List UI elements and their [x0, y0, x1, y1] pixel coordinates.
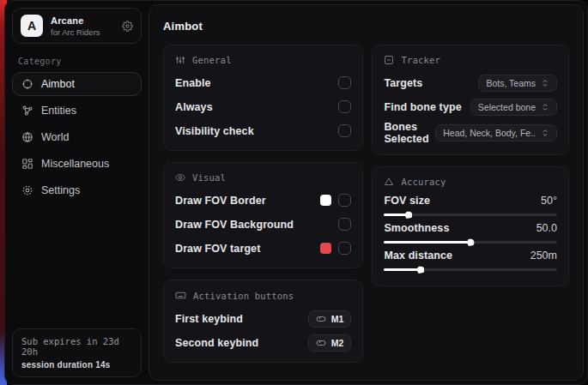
smoothness-slider[interactable] [384, 241, 557, 244]
slider-value: 250m [530, 250, 557, 262]
tracker-icon [384, 55, 394, 65]
sidebar-item-miscellaneous[interactable]: Miscellaneous [12, 152, 142, 176]
page-title: Aimbot [163, 20, 569, 33]
targets-dropdown[interactable]: Bots, Teams [478, 75, 557, 92]
slider-fill [384, 241, 470, 244]
right-column: Tracker Targets Bots, Teams Find bone ty… [372, 45, 569, 286]
panel-visual: Visual Draw FOV Border Draw FOV Backgrou… [163, 162, 363, 268]
panel-general-header: General [175, 55, 351, 65]
slider-label-row: Smoothness 50.0 [384, 222, 557, 234]
keybind-value: M2 [331, 338, 344, 348]
row-controls [320, 242, 351, 255]
unfold-icon [541, 129, 549, 137]
setting-label: Draw FOV Border [175, 195, 266, 207]
panel-columns: General Enable Always Visibility check [163, 45, 569, 363]
slider-label: FOV size [384, 195, 430, 207]
fov-size-slider[interactable] [384, 214, 557, 216]
slider-thumb[interactable] [467, 238, 475, 246]
slider-label: Smoothness [384, 222, 449, 234]
panel-tracker-header: Tracker [384, 55, 557, 65]
setting-row-draw-fov-border: Draw FOV Border [175, 190, 351, 210]
setting-label: Targets [384, 77, 422, 89]
grid-layout-icon [21, 158, 33, 170]
setting-row-enable: Enable [175, 73, 351, 93]
draw-fov-background-checkbox[interactable] [338, 218, 351, 231]
slider-thumb[interactable] [404, 211, 412, 219]
setting-row-always: Always [175, 97, 351, 117]
unfold-icon [541, 103, 549, 111]
settings-gear-icon [21, 184, 33, 196]
mouse-icon [316, 338, 326, 348]
app-window: A Arcane for Arc Riders Category Aimbot [4, 0, 588, 385]
mouse-icon [316, 314, 326, 324]
setting-row-draw-fov-background: Draw FOV Background [175, 214, 351, 234]
always-checkbox[interactable] [338, 100, 351, 113]
logo-text: Arcane for Arc Riders [51, 15, 114, 37]
first-keybind-button[interactable]: M1 [308, 310, 352, 328]
setting-row-first-keybind: First keybind M1 [175, 309, 351, 328]
fov-target-color-swatch[interactable] [320, 243, 331, 254]
slider-fov-size: FOV size 50° [384, 195, 557, 216]
panel-title: Tracker [401, 55, 440, 65]
panel-visual-header: Visual [175, 172, 351, 183]
session-duration-text: session duration 14s [21, 360, 132, 370]
slider-label: Max distance [384, 250, 452, 262]
keybind-value: M1 [331, 314, 344, 324]
setting-row-bones-selected: Bones Selected Head, Neck, Body, Fe.. [384, 121, 557, 145]
logo-card: A Arcane for Arc Riders [12, 8, 142, 44]
draw-fov-border-checkbox[interactable] [338, 194, 351, 207]
slider-label-row: Max distance 250m [384, 250, 557, 262]
left-column: General Enable Always Visibility check [163, 45, 363, 363]
panel-tracker: Tracker Targets Bots, Teams Find bone ty… [372, 45, 569, 155]
setting-row-find-bone-type: Find bone type Selected bone [384, 97, 557, 117]
panel-title: Activation buttons [193, 291, 294, 301]
eye-icon [175, 172, 185, 183]
max-distance-slider[interactable] [384, 268, 557, 271]
setting-label: Draw FOV Background [175, 219, 294, 231]
main-content: Aimbot General Enable Al [149, 4, 584, 381]
setting-label: Enable [175, 77, 211, 89]
setting-label: First keybind [175, 313, 243, 325]
bones-selected-dropdown[interactable]: Head, Neck, Body, Fe.. [435, 124, 557, 141]
visibility-check-checkbox[interactable] [338, 124, 351, 137]
setting-label: Second keybind [175, 337, 258, 349]
sidebar-item-entities[interactable]: Entities [12, 99, 142, 123]
app-logo: A [21, 15, 43, 37]
accuracy-triangle-icon [384, 177, 394, 187]
slider-max-distance: Max distance 250m [384, 250, 557, 271]
enable-checkbox[interactable] [338, 76, 351, 89]
sidebar-nav: Aimbot Entities World Miscellaneous [12, 72, 142, 202]
app-subtitle: for Arc Riders [51, 27, 114, 37]
panel-activation-header: Activation buttons [175, 290, 351, 301]
sidebar-item-aimbot[interactable]: Aimbot [12, 72, 142, 96]
slider-value: 50° [541, 195, 557, 207]
slider-smoothness: Smoothness 50.0 [384, 222, 557, 244]
setting-label: Always [175, 101, 213, 113]
app-title: Arcane [51, 15, 114, 26]
sidebar-item-label: Settings [41, 184, 80, 196]
setting-row-draw-fov-target: Draw FOV target [175, 238, 351, 258]
setting-label: Bones Selected [384, 121, 435, 145]
slider-fill [384, 268, 420, 271]
panel-title: Visual [192, 172, 226, 183]
panel-activation-buttons: Activation buttons First keybind M1 Seco… [163, 280, 363, 363]
panel-title: Accuracy [401, 177, 446, 187]
row-controls [338, 218, 351, 231]
category-label: Category [18, 57, 136, 66]
draw-fov-target-checkbox[interactable] [338, 242, 351, 255]
setting-row-targets: Targets Bots, Teams [384, 73, 557, 93]
sidebar-item-label: Entities [41, 105, 76, 117]
slider-value: 50.0 [536, 222, 557, 234]
slider-thumb[interactable] [416, 266, 424, 274]
find-bone-type-dropdown[interactable]: Selected bone [470, 99, 557, 116]
panel-accuracy-header: Accuracy [384, 177, 557, 187]
fov-border-color-swatch[interactable] [320, 195, 331, 206]
sidebar-item-settings[interactable]: Settings [12, 178, 142, 202]
unfold-icon [541, 79, 549, 87]
row-controls [320, 194, 351, 207]
second-keybind-button[interactable]: M2 [308, 334, 352, 352]
gear-icon[interactable] [122, 21, 133, 32]
sidebar-item-world[interactable]: World [12, 125, 142, 149]
dropdown-value: Head, Neck, Body, Fe.. [443, 128, 536, 138]
panel-accuracy: Accuracy FOV size 50° [372, 166, 569, 286]
